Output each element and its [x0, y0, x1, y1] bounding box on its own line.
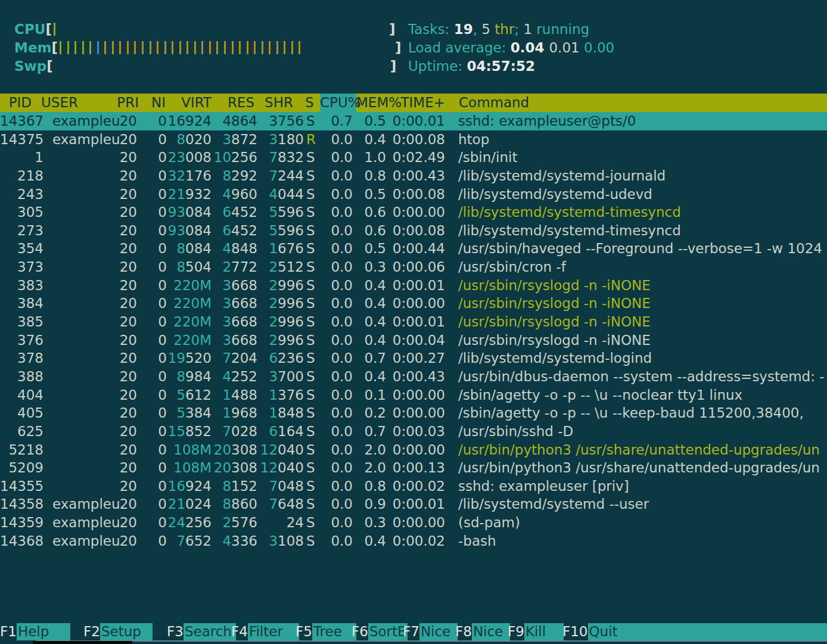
- mem-cell: 0.6: [353, 222, 386, 240]
- process-row[interactable]: 354200808448481676S0.00.50:00.44/usr/sbi…: [0, 239, 827, 258]
- virt-cell: 19520: [167, 349, 212, 368]
- cpu-meter-bars: [52, 21, 389, 37]
- mem-cell: 0.2: [353, 404, 386, 422]
- process-row-selected[interactable]: 14367exampleus2001692448643756S0.70.50:0…: [0, 112, 827, 130]
- shr-cell: 3180: [257, 130, 304, 149]
- fkey-help[interactable]: F1Help: [0, 623, 70, 640]
- fkey-tree[interactable]: F5Tree: [296, 623, 356, 640]
- process-row[interactable]: 2432002193249604044S0.00.50:00.08/lib/sy…: [0, 185, 827, 204]
- process-row[interactable]: 120023008102567832S0.01.00:02.49/sbin/in…: [0, 148, 827, 167]
- process-row[interactable]: 376200220M36682996S0.00.40:00.04/usr/sbi…: [0, 331, 827, 350]
- pri-cell: 20: [119, 331, 137, 350]
- process-row[interactable]: 14358exampleus2002102488607648S0.00.90:0…: [0, 495, 827, 514]
- state-cell: S: [304, 404, 317, 422]
- process-row[interactable]: 404200561214881376S0.00.10:00.00/sbin/ag…: [0, 386, 827, 405]
- fkey-label: Help: [17, 623, 70, 640]
- meter-bar: [209, 41, 211, 54]
- res-cell: 4864: [212, 112, 257, 130]
- time-cell: 0:00.04: [386, 331, 445, 350]
- fkey-setup[interactable]: F2Setup: [83, 623, 153, 640]
- pid-cell: 404: [0, 386, 43, 405]
- res-cell: 2576: [212, 514, 257, 532]
- shr-cell: 7048: [257, 477, 304, 496]
- cpu-cell: 0.0: [317, 495, 353, 514]
- fkey-label: Filter: [248, 623, 299, 640]
- shr-cell: 3108: [257, 532, 304, 550]
- virt-cell: 16924: [167, 477, 212, 496]
- shr-cell: 2996: [257, 313, 304, 331]
- mem-cell: 2.0: [353, 441, 386, 459]
- time-cell: 0:00.00: [386, 441, 445, 459]
- time-cell: 0:00.01: [386, 276, 445, 295]
- process-row[interactable]: 373200850427722512S0.00.30:00.06/usr/sbi…: [0, 258, 827, 276]
- pid-cell: 378: [0, 349, 43, 368]
- fkey-nice[interactable]: F8Nice +: [455, 623, 510, 640]
- process-row[interactable]: 14368exampleus200765243363108S0.00.40:00…: [0, 532, 827, 550]
- time-cell: 0:00.02: [386, 477, 445, 496]
- cpu-meter: CPU[]: [14, 20, 401, 38]
- cpu-cell: 0.0: [317, 258, 353, 276]
- process-row[interactable]: 14359exampleus20024256257624S0.00.30:00.…: [0, 514, 827, 532]
- virt-cell: 5612: [167, 386, 212, 405]
- time-cell: 0:00.13: [386, 459, 445, 477]
- tasks-label: Tasks:: [408, 21, 454, 37]
- process-row[interactable]: 384200220M36682996S0.00.40:00.00/usr/sbi…: [0, 294, 827, 313]
- meter-bar: [239, 41, 241, 54]
- virt-cell: 32176: [167, 167, 212, 185]
- cpu-cell: 0.7: [317, 112, 353, 130]
- time-cell: 0:00.08: [386, 185, 445, 204]
- res-cell: 4336: [212, 532, 257, 550]
- ni-cell: 0: [137, 130, 167, 149]
- pri-cell: 20: [119, 313, 137, 331]
- cpu-cell: 0.0: [317, 313, 353, 331]
- process-row[interactable]: 5209200108M2030812040S0.02.00:00.13/usr/…: [0, 459, 827, 477]
- res-cell: 4960: [212, 185, 257, 204]
- state-cell: S: [304, 167, 317, 185]
- process-row[interactable]: 388200898442523700S0.00.40:00.43/usr/bin…: [0, 368, 827, 386]
- process-row[interactable]: 2182003217682927244S0.00.80:00.43/lib/sy…: [0, 167, 827, 185]
- mem-cell: 1.0: [353, 148, 386, 167]
- ni-cell: 0: [137, 386, 167, 405]
- mem-cell: 0.3: [353, 258, 386, 276]
- time-cell: 0:00.00: [386, 386, 445, 405]
- ni-cell: 0: [137, 404, 167, 422]
- header-time[interactable]: TIME+: [0, 94, 445, 112]
- fkey-quit[interactable]: F10Quit: [562, 623, 827, 640]
- cpu-cell: 0.0: [317, 441, 353, 459]
- process-row[interactable]: 3052009308464525596S0.00.60:00.00/lib/sy…: [0, 203, 827, 222]
- state-cell: S: [304, 276, 317, 295]
- meter-bar: [179, 41, 181, 54]
- ni-cell: 0: [137, 477, 167, 496]
- res-cell: 20308: [212, 459, 257, 477]
- ni-cell: 0: [137, 203, 167, 222]
- process-row[interactable]: 3782001952072046236S0.00.70:00.27/lib/sy…: [0, 349, 827, 368]
- process-row[interactable]: 405200538419681848S0.00.20:00.00/sbin/ag…: [0, 404, 827, 422]
- shr-cell: 12040: [257, 441, 304, 459]
- cpu-cell: 0.0: [317, 532, 353, 550]
- pid-cell: 1: [0, 148, 43, 167]
- cpu-cell: 0.0: [317, 368, 353, 386]
- process-row[interactable]: 6252001585270286164S0.00.70:00.03/usr/sb…: [0, 422, 827, 441]
- meter-bar: [82, 41, 84, 54]
- command-cell: /sbin/agetty -o -p -- \u --keep-baud 115…: [445, 404, 827, 422]
- fkey-filter[interactable]: F4Filter: [231, 623, 299, 640]
- process-row[interactable]: 383200220M36682996S0.00.40:00.01/usr/sbi…: [0, 276, 827, 295]
- cpu-cell: 0.0: [317, 514, 353, 532]
- fkey-kill[interactable]: F9Kill: [508, 623, 564, 640]
- user-cell: exampleus: [43, 532, 119, 550]
- shr-cell: 7244: [257, 167, 304, 185]
- process-row[interactable]: 14375exampleus200802038723180R0.00.40:00…: [0, 130, 827, 149]
- process-row[interactable]: 2732009308464525596S0.00.60:00.08/lib/sy…: [0, 222, 827, 240]
- fkey-nice[interactable]: F7Nice -: [403, 623, 458, 640]
- fkey-search[interactable]: F3Search: [167, 623, 236, 640]
- process-row[interactable]: 143552001692481527048S0.00.80:00.02sshd:…: [0, 477, 827, 496]
- process-row[interactable]: 385200220M36682996S0.00.40:00.01/usr/sbi…: [0, 313, 827, 331]
- fkey-number: F5: [296, 623, 312, 640]
- header-command[interactable]: Command: [459, 94, 529, 112]
- fkey-sortby[interactable]: F6SortBy: [352, 623, 408, 640]
- meter-bar: [186, 41, 188, 54]
- process-row[interactable]: 5218200108M2030812040S0.02.00:00.00/usr/…: [0, 441, 827, 459]
- load-average-line: Load average: 0.04 0.01 0.00: [408, 38, 614, 57]
- pid-cell: 384: [0, 294, 43, 313]
- cpu-cell: 0.0: [317, 386, 353, 405]
